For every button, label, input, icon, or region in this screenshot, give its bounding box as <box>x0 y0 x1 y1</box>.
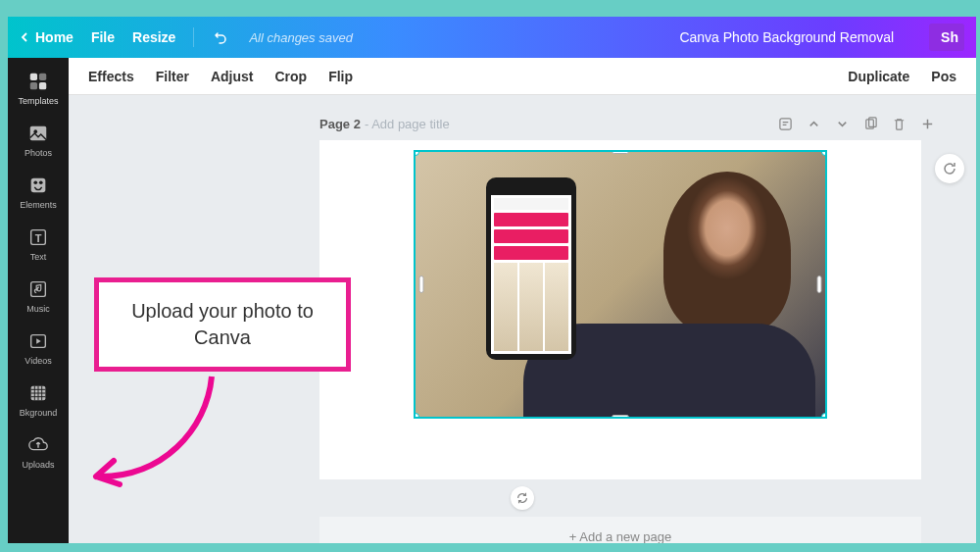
chevron-left-icon <box>20 32 29 42</box>
svg-rect-11 <box>31 282 46 297</box>
effects-button[interactable]: Effects <box>88 69 134 84</box>
move-down-icon[interactable] <box>835 117 850 131</box>
share-button[interactable]: Sh <box>929 24 964 51</box>
sidebar-item-elements[interactable]: Elements <box>8 166 69 218</box>
svg-rect-4 <box>30 126 47 141</box>
resize-handle-top[interactable] <box>612 150 629 154</box>
sync-button[interactable] <box>511 486 534 510</box>
svg-text:T: T <box>35 232 42 244</box>
svg-rect-3 <box>39 82 46 89</box>
sidebar-item-music[interactable]: Music <box>8 270 69 322</box>
background-icon <box>27 382 49 404</box>
file-menu[interactable]: File <box>91 29 115 45</box>
duplicate-button[interactable]: Duplicate <box>848 69 909 84</box>
page-canvas[interactable] <box>319 140 921 479</box>
adjust-button[interactable]: Adjust <box>211 69 254 84</box>
templates-icon <box>27 71 49 92</box>
svg-point-7 <box>33 180 37 184</box>
elements-icon <box>27 175 49 196</box>
svg-rect-2 <box>30 82 37 89</box>
add-page-icon[interactable] <box>920 117 935 131</box>
phone-in-photo <box>486 177 576 360</box>
sync-icon <box>515 491 529 505</box>
resize-handle-br[interactable] <box>821 413 827 419</box>
delete-page-icon[interactable] <box>892 117 906 131</box>
svg-rect-0 <box>30 74 37 80</box>
notes-icon[interactable] <box>778 117 793 131</box>
document-title[interactable]: Canva Photo Background Removal <box>679 29 894 45</box>
tutorial-callout: Upload your photo to Canva <box>94 277 351 372</box>
uploads-icon <box>27 434 49 456</box>
rotate-button[interactable] <box>935 154 964 183</box>
sidebar-item-videos[interactable]: Videos <box>8 322 69 374</box>
videos-icon <box>27 330 49 352</box>
resize-handle-tl[interactable] <box>414 150 419 156</box>
tutorial-arrow <box>74 371 241 498</box>
sidebar-item-uploads[interactable]: Uploads <box>8 426 69 477</box>
page-header: Page 2 - Add page title <box>319 117 935 131</box>
add-new-page-button[interactable]: + Add a new page <box>319 517 921 543</box>
sidebar-item-templates[interactable]: Templates <box>8 62 69 114</box>
undo-icon <box>212 29 227 45</box>
resize-handle-bl[interactable] <box>414 413 419 419</box>
undo-button[interactable] <box>212 29 227 45</box>
save-status: All changes saved <box>249 30 353 45</box>
crop-button[interactable]: Crop <box>274 69 307 84</box>
music-icon <box>27 278 49 300</box>
resize-handle-tr[interactable] <box>821 150 827 156</box>
image-toolbar: Effects Filter Adjust Crop Flip Duplicat… <box>69 58 976 95</box>
svg-point-8 <box>39 180 43 184</box>
flip-button[interactable]: Flip <box>328 69 353 84</box>
resize-menu[interactable]: Resize <box>132 29 175 45</box>
separator <box>193 27 194 47</box>
copy-page-icon[interactable] <box>863 117 878 131</box>
filter-button[interactable]: Filter <box>156 69 189 84</box>
page-title-input[interactable]: - Add page title <box>365 117 450 131</box>
sidebar-item-photos[interactable]: Photos <box>8 114 69 166</box>
sidebar-item-background[interactable]: Bkground <box>8 374 69 426</box>
selected-photo[interactable] <box>414 150 827 419</box>
page-number: Page 2 <box>319 117 361 131</box>
move-up-icon[interactable] <box>807 117 821 131</box>
sidebar-item-text[interactable]: T Text <box>8 218 69 270</box>
position-button[interactable]: Pos <box>931 69 956 84</box>
resize-handle-left[interactable] <box>419 276 424 293</box>
resize-handle-bottom[interactable] <box>612 415 629 419</box>
svg-rect-1 <box>39 74 46 80</box>
home-button[interactable]: Home <box>20 29 74 45</box>
top-menu-bar: Home File Resize All changes saved Canva… <box>8 17 976 58</box>
left-sidebar: Templates Photos Elements T Text Music V… <box>8 58 69 543</box>
rotate-icon <box>942 161 957 176</box>
text-icon: T <box>27 226 49 248</box>
resize-handle-right[interactable] <box>817 276 822 293</box>
photos-icon <box>27 123 49 144</box>
svg-rect-14 <box>780 119 791 129</box>
